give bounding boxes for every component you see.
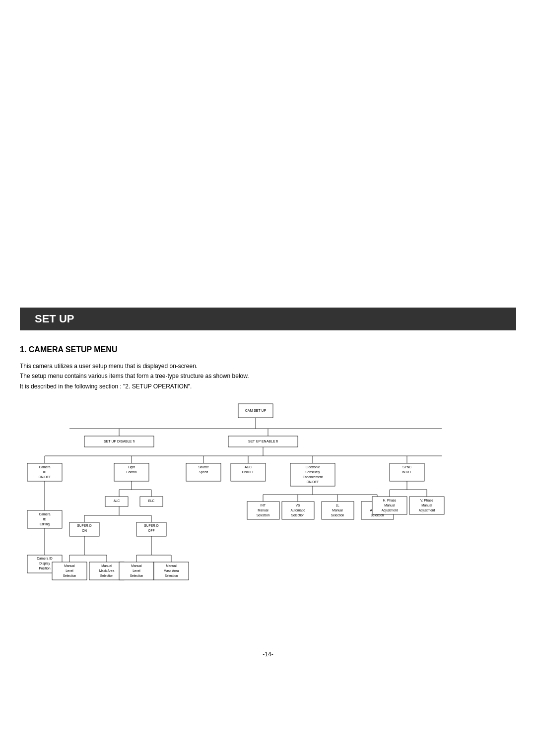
svg-text:SUPER-D: SUPER-D: [144, 524, 159, 527]
svg-text:ON/OFF: ON/OFF: [242, 470, 255, 474]
svg-text:ON/OFF: ON/OFF: [39, 475, 51, 479]
svg-text:Selection: Selection: [130, 574, 143, 577]
svg-text:Position: Position: [39, 567, 51, 570]
svg-text:Adjustment: Adjustment: [419, 508, 435, 512]
svg-text:Manual: Manual: [421, 504, 432, 507]
svg-text:Electronic: Electronic: [306, 465, 320, 469]
svg-text:SET UP ENABLE fi: SET UP ENABLE fi: [248, 440, 278, 443]
header-title: SET UP: [35, 313, 74, 325]
svg-text:Selection: Selection: [257, 513, 270, 517]
page-number: -14-: [20, 651, 516, 658]
page: SET UP 1. CAMERA SETUP MENU This camera …: [0, 0, 536, 756]
desc-line-1: This camera utilizes a user setup menu t…: [20, 361, 516, 371]
svg-text:LL: LL: [335, 504, 339, 507]
svg-text:Manual: Manual: [332, 508, 343, 512]
svg-text:Selection: Selection: [331, 513, 344, 517]
svg-text:ID: ID: [43, 517, 47, 521]
svg-text:SET UP DISABLE fi: SET UP DISABLE fi: [104, 440, 134, 443]
desc-line-3: It is described in the following section…: [20, 381, 516, 391]
svg-text:Selection: Selection: [100, 574, 114, 577]
root-label: CAM SET UP: [245, 409, 267, 412]
tree-diagram: .box { fill: #fff; stroke: #000; stroke-…: [20, 401, 516, 641]
svg-text:Selection: Selection: [63, 574, 76, 577]
top-blank-area: [0, 0, 536, 308]
svg-text:Manual: Manual: [131, 564, 142, 567]
section-header: SET UP: [20, 308, 516, 330]
description-block: This camera utilizes a user setup menu t…: [20, 361, 516, 391]
svg-text:VS: VS: [296, 504, 300, 507]
svg-text:Level: Level: [66, 569, 73, 572]
content-area: 1. CAMERA SETUP MENU This camera utilize…: [0, 330, 536, 678]
svg-text:SUPER-D: SUPER-D: [77, 524, 92, 527]
svg-text:Sensitivity: Sensitivity: [305, 470, 320, 474]
svg-text:Selection: Selection: [291, 513, 305, 517]
svg-text:Adjustment: Adjustment: [382, 508, 398, 512]
svg-text:OFF: OFF: [148, 529, 155, 532]
svg-text:Camera ID: Camera ID: [37, 557, 53, 560]
svg-text:Manual: Manual: [384, 504, 395, 507]
svg-text:Level: Level: [133, 569, 140, 572]
svg-text:INT: INT: [261, 504, 266, 507]
svg-text:SYNC: SYNC: [402, 465, 411, 469]
desc-line-2: The setup menu contains various items th…: [20, 371, 516, 381]
svg-text:Manual: Manual: [166, 564, 177, 567]
svg-text:ELC: ELC: [148, 499, 155, 503]
section-title: 1. CAMERA SETUP MENU: [20, 345, 516, 354]
svg-text:Manual: Manual: [64, 564, 75, 567]
svg-text:Light: Light: [128, 465, 135, 469]
svg-text:Editing: Editing: [40, 522, 50, 526]
svg-text:Mask Area: Mask Area: [164, 569, 179, 572]
svg-text:Enhancement: Enhancement: [303, 475, 323, 479]
svg-text:Camera: Camera: [39, 465, 51, 469]
svg-text:H. Phase: H. Phase: [383, 499, 397, 502]
svg-text:Selection: Selection: [165, 574, 178, 577]
svg-text:ON/OFF: ON/OFF: [307, 480, 319, 484]
svg-text:Mask Area: Mask Area: [99, 569, 115, 572]
svg-text:Manual: Manual: [258, 508, 268, 512]
svg-text:ID: ID: [43, 470, 47, 474]
svg-text:V. Phase: V. Phase: [420, 499, 433, 502]
svg-text:Manual: Manual: [101, 564, 112, 567]
svg-text:Shutter: Shutter: [199, 465, 209, 469]
svg-text:ALC: ALC: [114, 499, 120, 503]
svg-text:Automatic: Automatic: [291, 508, 306, 512]
svg-text:Speed: Speed: [199, 470, 208, 474]
svg-text:INT/LL: INT/LL: [402, 470, 412, 474]
svg-text:Display: Display: [39, 562, 50, 566]
svg-text:Camera: Camera: [39, 512, 51, 516]
tree-svg: .box { fill: #fff; stroke: #000; stroke-…: [20, 401, 516, 639]
svg-text:Control: Control: [127, 470, 137, 474]
svg-text:AGC: AGC: [245, 465, 252, 469]
svg-text:ON: ON: [82, 529, 87, 532]
